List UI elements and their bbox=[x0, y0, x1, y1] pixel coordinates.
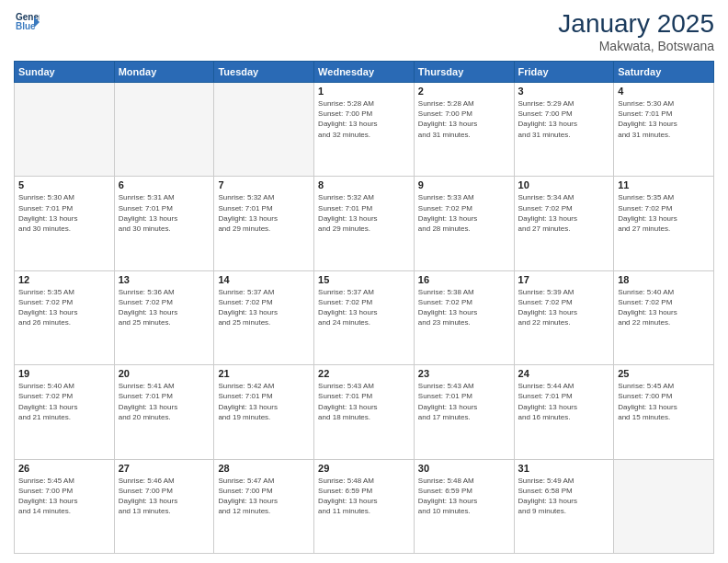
table-row: 3Sunrise: 5:29 AMSunset: 7:00 PMDaylight… bbox=[514, 83, 614, 177]
day-info: Sunrise: 5:46 AMSunset: 7:00 PMDaylight:… bbox=[119, 476, 210, 517]
day-info: Sunrise: 5:48 AMSunset: 6:59 PMDaylight:… bbox=[318, 476, 410, 517]
day-info: Sunrise: 5:43 AMSunset: 7:01 PMDaylight:… bbox=[318, 381, 410, 422]
table-row: 12Sunrise: 5:35 AMSunset: 7:02 PMDayligh… bbox=[15, 270, 115, 364]
day-number: 19 bbox=[18, 368, 110, 379]
day-number: 18 bbox=[618, 274, 710, 285]
day-number: 1 bbox=[318, 86, 410, 97]
table-row: 22Sunrise: 5:43 AMSunset: 7:01 PMDayligh… bbox=[314, 365, 415, 459]
day-info: Sunrise: 5:35 AMSunset: 7:02 PMDaylight:… bbox=[618, 192, 710, 234]
day-info: Sunrise: 5:34 AMSunset: 7:02 PMDaylight:… bbox=[518, 192, 610, 234]
table-row: 24Sunrise: 5:44 AMSunset: 7:01 PMDayligh… bbox=[514, 365, 614, 459]
table-row: 16Sunrise: 5:38 AMSunset: 7:02 PMDayligh… bbox=[414, 270, 514, 364]
table-row: 29Sunrise: 5:48 AMSunset: 6:59 PMDayligh… bbox=[314, 459, 415, 553]
day-info: Sunrise: 5:32 AMSunset: 7:01 PMDaylight:… bbox=[218, 192, 310, 234]
day-info: Sunrise: 5:37 AMSunset: 7:02 PMDaylight:… bbox=[318, 287, 410, 328]
table-row: 8Sunrise: 5:32 AMSunset: 7:01 PMDaylight… bbox=[314, 177, 415, 270]
table-row: 30Sunrise: 5:48 AMSunset: 6:59 PMDayligh… bbox=[414, 459, 514, 553]
table-row: 20Sunrise: 5:41 AMSunset: 7:01 PMDayligh… bbox=[114, 365, 214, 459]
day-info: Sunrise: 5:47 AMSunset: 7:00 PMDaylight:… bbox=[218, 476, 310, 517]
table-row: 23Sunrise: 5:43 AMSunset: 7:01 PMDayligh… bbox=[414, 365, 514, 459]
day-number: 16 bbox=[418, 274, 510, 285]
day-info: Sunrise: 5:40 AMSunset: 7:02 PMDaylight:… bbox=[18, 381, 110, 422]
day-number: 25 bbox=[618, 368, 710, 379]
day-number: 28 bbox=[218, 463, 310, 474]
calendar-header-row: Sunday Monday Tuesday Wednesday Thursday… bbox=[15, 62, 714, 83]
day-number: 5 bbox=[18, 179, 110, 190]
day-number: 4 bbox=[618, 86, 710, 97]
calendar-week-row: 19Sunrise: 5:40 AMSunset: 7:02 PMDayligh… bbox=[15, 365, 714, 459]
table-row: 6Sunrise: 5:31 AMSunset: 7:01 PMDaylight… bbox=[114, 177, 214, 270]
day-number: 7 bbox=[218, 179, 310, 190]
table-row: 14Sunrise: 5:37 AMSunset: 7:02 PMDayligh… bbox=[214, 270, 314, 364]
table-row: 27Sunrise: 5:46 AMSunset: 7:00 PMDayligh… bbox=[114, 459, 214, 553]
day-number: 8 bbox=[318, 179, 410, 190]
day-info: Sunrise: 5:45 AMSunset: 7:00 PMDaylight:… bbox=[618, 381, 710, 422]
table-row bbox=[15, 83, 115, 177]
day-info: Sunrise: 5:49 AMSunset: 6:58 PMDaylight:… bbox=[518, 476, 610, 517]
table-row: 31Sunrise: 5:49 AMSunset: 6:58 PMDayligh… bbox=[514, 459, 614, 553]
day-info: Sunrise: 5:32 AMSunset: 7:01 PMDaylight:… bbox=[318, 192, 410, 234]
day-info: Sunrise: 5:35 AMSunset: 7:02 PMDaylight:… bbox=[18, 287, 110, 328]
calendar-week-row: 1Sunrise: 5:28 AMSunset: 7:00 PMDaylight… bbox=[15, 83, 714, 177]
day-info: Sunrise: 5:28 AMSunset: 7:00 PMDaylight:… bbox=[418, 98, 510, 140]
day-number: 24 bbox=[518, 368, 610, 379]
day-info: Sunrise: 5:37 AMSunset: 7:02 PMDaylight:… bbox=[218, 287, 310, 328]
table-row: 5Sunrise: 5:30 AMSunset: 7:01 PMDaylight… bbox=[15, 177, 115, 270]
day-number: 12 bbox=[18, 274, 110, 285]
table-row: 7Sunrise: 5:32 AMSunset: 7:01 PMDaylight… bbox=[214, 177, 314, 270]
day-number: 2 bbox=[418, 86, 510, 97]
day-number: 13 bbox=[119, 274, 210, 285]
day-number: 31 bbox=[518, 463, 610, 474]
day-number: 29 bbox=[318, 463, 410, 474]
day-number: 22 bbox=[318, 368, 410, 379]
day-number: 17 bbox=[518, 274, 610, 285]
day-info: Sunrise: 5:41 AMSunset: 7:01 PMDaylight:… bbox=[119, 381, 210, 422]
table-row bbox=[214, 83, 314, 177]
calendar-week-row: 5Sunrise: 5:30 AMSunset: 7:01 PMDaylight… bbox=[15, 177, 714, 270]
table-row: 28Sunrise: 5:47 AMSunset: 7:00 PMDayligh… bbox=[214, 459, 314, 553]
col-saturday: Saturday bbox=[614, 62, 714, 83]
table-row bbox=[114, 83, 214, 177]
table-row: 26Sunrise: 5:45 AMSunset: 7:00 PMDayligh… bbox=[15, 459, 115, 553]
svg-text:Blue: Blue bbox=[16, 21, 36, 31]
day-info: Sunrise: 5:29 AMSunset: 7:00 PMDaylight:… bbox=[518, 98, 610, 140]
day-info: Sunrise: 5:38 AMSunset: 7:02 PMDaylight:… bbox=[418, 287, 510, 328]
table-row: 2Sunrise: 5:28 AMSunset: 7:00 PMDaylight… bbox=[414, 83, 514, 177]
day-info: Sunrise: 5:48 AMSunset: 6:59 PMDaylight:… bbox=[418, 476, 510, 517]
table-row: 17Sunrise: 5:39 AMSunset: 7:02 PMDayligh… bbox=[514, 270, 614, 364]
day-info: Sunrise: 5:36 AMSunset: 7:02 PMDaylight:… bbox=[119, 287, 210, 328]
col-friday: Friday bbox=[514, 62, 614, 83]
day-number: 30 bbox=[418, 463, 510, 474]
table-row: 4Sunrise: 5:30 AMSunset: 7:01 PMDaylight… bbox=[614, 83, 714, 177]
table-row: 9Sunrise: 5:33 AMSunset: 7:02 PMDaylight… bbox=[414, 177, 514, 270]
day-info: Sunrise: 5:40 AMSunset: 7:02 PMDaylight:… bbox=[618, 287, 710, 328]
table-row: 25Sunrise: 5:45 AMSunset: 7:00 PMDayligh… bbox=[614, 365, 714, 459]
day-info: Sunrise: 5:30 AMSunset: 7:01 PMDaylight:… bbox=[618, 98, 710, 140]
day-number: 9 bbox=[418, 179, 510, 190]
calendar-week-row: 12Sunrise: 5:35 AMSunset: 7:02 PMDayligh… bbox=[15, 270, 714, 364]
day-number: 23 bbox=[418, 368, 510, 379]
subtitle: Makwata, Botswana bbox=[558, 39, 714, 53]
table-row: 15Sunrise: 5:37 AMSunset: 7:02 PMDayligh… bbox=[314, 270, 415, 364]
logo: General Blue bbox=[14, 9, 40, 35]
logo-icon: General Blue bbox=[14, 9, 40, 35]
table-row: 10Sunrise: 5:34 AMSunset: 7:02 PMDayligh… bbox=[514, 177, 614, 270]
day-number: 26 bbox=[18, 463, 110, 474]
day-number: 20 bbox=[119, 368, 210, 379]
header: General Blue January 2025 Makwata, Botsw… bbox=[14, 9, 714, 53]
col-wednesday: Wednesday bbox=[314, 62, 415, 83]
day-number: 3 bbox=[518, 86, 610, 97]
day-number: 21 bbox=[218, 368, 310, 379]
calendar-table: Sunday Monday Tuesday Wednesday Thursday… bbox=[14, 61, 714, 554]
day-info: Sunrise: 5:44 AMSunset: 7:01 PMDaylight:… bbox=[518, 381, 610, 422]
day-number: 11 bbox=[618, 179, 710, 190]
day-info: Sunrise: 5:31 AMSunset: 7:01 PMDaylight:… bbox=[119, 192, 210, 234]
day-info: Sunrise: 5:42 AMSunset: 7:01 PMDaylight:… bbox=[218, 381, 310, 422]
col-monday: Monday bbox=[114, 62, 214, 83]
table-row: 18Sunrise: 5:40 AMSunset: 7:02 PMDayligh… bbox=[614, 270, 714, 364]
day-number: 6 bbox=[119, 179, 210, 190]
day-info: Sunrise: 5:33 AMSunset: 7:02 PMDaylight:… bbox=[418, 192, 510, 234]
col-sunday: Sunday bbox=[15, 62, 115, 83]
table-row: 1Sunrise: 5:28 AMSunset: 7:00 PMDaylight… bbox=[314, 83, 415, 177]
page: General Blue January 2025 Makwata, Botsw… bbox=[0, 0, 728, 563]
